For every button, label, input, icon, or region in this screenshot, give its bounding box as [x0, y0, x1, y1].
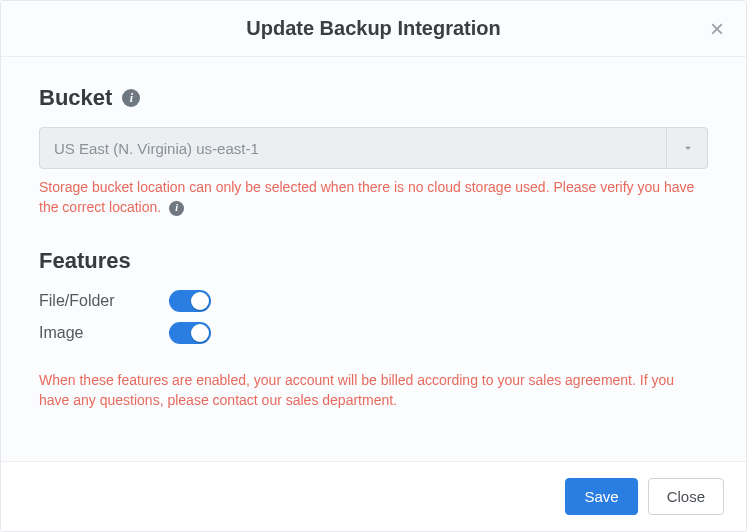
info-icon[interactable]: i — [169, 201, 184, 216]
toggle-knob — [191, 292, 209, 310]
chevron-down-icon — [666, 127, 708, 169]
info-icon[interactable]: i — [122, 89, 140, 107]
image-toggle[interactable] — [169, 322, 211, 344]
feature-row-image: Image — [39, 322, 708, 344]
modal-footer: Save Close — [1, 461, 746, 531]
bucket-select-value: US East (N. Virginia) us-east-1 — [39, 127, 708, 169]
file-folder-toggle[interactable] — [169, 290, 211, 312]
modal-header: Update Backup Integration × — [1, 1, 746, 57]
close-button[interactable]: Close — [648, 478, 724, 515]
bucket-section-title: Bucket i — [39, 85, 708, 111]
modal-body: Bucket i US East (N. Virginia) us-east-1… — [1, 57, 746, 461]
toggle-knob — [191, 324, 209, 342]
features-label: Features — [39, 248, 131, 274]
features-billing-note: When these features are enabled, your ac… — [39, 370, 708, 411]
bucket-label: Bucket — [39, 85, 112, 111]
feature-row-file-folder: File/Folder — [39, 290, 708, 312]
features-section-title: Features — [39, 248, 708, 274]
save-button[interactable]: Save — [565, 478, 637, 515]
update-backup-integration-modal: Update Backup Integration × Bucket i US … — [0, 0, 747, 532]
close-icon[interactable]: × — [706, 13, 728, 45]
modal-title: Update Backup Integration — [246, 17, 500, 40]
bucket-help-message: Storage bucket location can only be sele… — [39, 179, 694, 215]
bucket-help-text: Storage bucket location can only be sele… — [39, 177, 708, 218]
bucket-select: US East (N. Virginia) us-east-1 — [39, 127, 708, 169]
feature-label: File/Folder — [39, 292, 169, 310]
feature-label: Image — [39, 324, 169, 342]
